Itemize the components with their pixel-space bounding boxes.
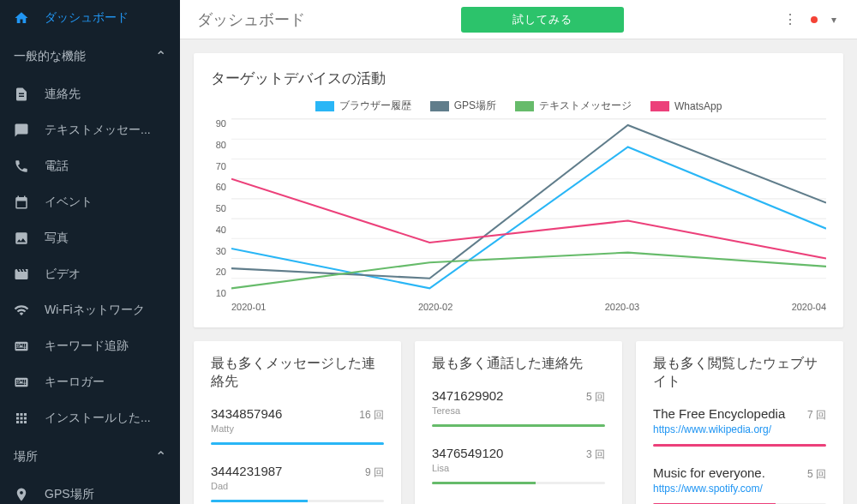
sidebar-item[interactable]: GPS場所 <box>0 477 180 504</box>
legend-item[interactable]: GPS場所 <box>430 99 496 113</box>
legend-item[interactable]: WhatsApp <box>650 99 722 113</box>
sidebar-item[interactable]: 写真 <box>0 220 180 256</box>
list-item[interactable]: 34561396522 回Jessica <box>415 496 622 504</box>
list-item-count: 3 回 <box>586 447 605 462</box>
legend-swatch <box>315 101 334 111</box>
sidebar-item-label: 写真 <box>45 231 69 246</box>
list-item-sub: Matty <box>211 423 384 434</box>
topbar: ダッシュボード 試してみる ⋮ ▾ <box>180 0 857 39</box>
list-item-sub: https://www.wikipedia.org/ <box>653 423 826 435</box>
msg-icon <box>14 123 29 138</box>
panel-msg: 最も多くメッセージした連絡先343485794616 回Matty3444231… <box>194 341 401 504</box>
main: ダッシュボード 試してみる ⋮ ▾ ターゲットデバイスの活動 ブラウザー履歴GP… <box>180 0 857 504</box>
sidebar-item[interactable]: イベント <box>0 184 180 220</box>
more-icon[interactable]: ⋮ <box>780 8 800 31</box>
list-item[interactable]: The Free Encyclopedia7 回https://www.wiki… <box>636 399 843 459</box>
sidebar-item[interactable]: Wi-Fiネットワーク <box>0 292 180 328</box>
list-item-sub: Lisa <box>432 463 605 473</box>
list-item[interactable]: 34442319879 回Dad <box>194 457 401 504</box>
pin-icon <box>14 487 29 502</box>
ytick: 30 <box>211 246 226 256</box>
list-item-sub: https://www.spotify.com/ <box>653 483 826 495</box>
home-icon <box>14 10 29 26</box>
vid-icon <box>14 267 29 282</box>
chart-xaxis: 2020-012020-022020-032020-04 <box>231 302 826 312</box>
sidebar-item[interactable]: ビデオ <box>0 256 180 292</box>
content: ターゲットデバイスの活動 ブラウザー履歴GPS場所テキストメッセージWhatsA… <box>180 39 857 504</box>
list-item-count: 5 回 <box>807 467 826 482</box>
sidebar-item[interactable]: キーワード追跡 <box>0 328 180 364</box>
legend-label: テキストメッセージ <box>539 99 632 113</box>
kbd-icon <box>14 375 29 390</box>
doc-icon <box>14 87 29 102</box>
page-title: ダッシュボード <box>197 9 305 30</box>
sidebar-item[interactable]: 連絡先 <box>0 76 180 112</box>
list-item-sub: Dad <box>211 481 384 491</box>
list-item-title: 3476549120 <box>432 446 503 460</box>
list-item-bar <box>211 442 384 445</box>
ytick: 90 <box>211 118 226 129</box>
xtick: 2020-02 <box>418 302 452 312</box>
xtick: 2020-01 <box>231 302 266 312</box>
legend-item[interactable]: ブラウザー履歴 <box>315 99 411 113</box>
list-item-bar <box>653 444 826 447</box>
list-item-link[interactable]: https://www.wikipedia.org/ <box>653 423 771 435</box>
kbd-icon <box>14 339 29 354</box>
notification-dot[interactable] <box>811 16 818 23</box>
list-item-bar <box>432 482 605 484</box>
list-item[interactable]: Music for everyone.5 回https://www.spotif… <box>636 459 843 504</box>
list-item[interactable]: 343485794616 回Matty <box>194 399 401 457</box>
list-item-title: Music for everyone. <box>653 465 765 480</box>
wifi-icon <box>14 303 29 318</box>
sidebar-section[interactable]: 一般的な機能⌃ <box>0 36 180 76</box>
sidebar-item-label: キーロガー <box>45 375 105 390</box>
grid-icon <box>14 411 29 426</box>
panel-call: 最も多く通話した連絡先34716299025 回Teresa3476549120… <box>415 341 622 504</box>
legend-item[interactable]: テキストメッセージ <box>515 99 632 113</box>
legend-label: WhatsApp <box>674 100 722 112</box>
panel-title: 最も多くメッセージした連絡先 <box>194 341 401 399</box>
chevron-up-icon: ⌃ <box>155 448 166 465</box>
xtick: 2020-04 <box>792 302 826 312</box>
sidebar-item[interactable]: 電話 <box>0 148 180 184</box>
ytick: 50 <box>211 203 226 213</box>
try-button[interactable]: 試してみる <box>461 7 624 33</box>
chart-title: ターゲットデバイスの活動 <box>194 53 843 93</box>
list-item-title: 3471629902 <box>432 388 503 403</box>
section-label: 場所 <box>14 449 38 465</box>
list-item-count: 5 回 <box>586 390 605 405</box>
list-item-sub: Teresa <box>432 405 605 416</box>
chart-plot <box>231 118 826 298</box>
sidebar-item-label: GPS場所 <box>45 487 94 502</box>
legend-label: GPS場所 <box>454 99 496 113</box>
list-item-title: 3434857946 <box>211 406 282 421</box>
ytick: 40 <box>211 225 226 235</box>
sidebar-item-label: インストールした... <box>45 411 151 426</box>
list-item-link[interactable]: https://www.spotify.com/ <box>653 483 763 495</box>
sidebar-item-label: 連絡先 <box>45 87 81 102</box>
sidebar-item-label: イベント <box>45 195 93 210</box>
chart-yaxis: 908070605040302010 <box>211 118 231 298</box>
list-item[interactable]: 34716299025 回Teresa <box>415 381 622 439</box>
ytick: 60 <box>211 182 226 192</box>
section-label: 一般的な機能 <box>14 49 86 64</box>
legend-label: ブラウザー履歴 <box>339 99 411 113</box>
img-icon <box>14 231 29 246</box>
list-item-title: 3444231987 <box>211 464 282 478</box>
chart-legend: ブラウザー履歴GPS場所テキストメッセージWhatsApp <box>211 99 826 113</box>
sidebar-item[interactable]: ダッシュボード <box>0 0 180 36</box>
list-item[interactable]: 34765491203 回Lisa <box>415 439 622 496</box>
dropdown-icon[interactable]: ▾ <box>828 10 840 29</box>
list-item-count: 9 回 <box>365 465 384 480</box>
legend-swatch <box>515 101 534 111</box>
sidebar-section[interactable]: 場所⌃ <box>0 436 180 477</box>
legend-swatch <box>430 101 449 111</box>
sidebar-item-label: ダッシュボード <box>45 10 129 26</box>
sidebar-item[interactable]: テキストメッセー... <box>0 112 180 148</box>
xtick: 2020-03 <box>605 302 639 312</box>
sidebar-item[interactable]: インストールした... <box>0 400 180 436</box>
sidebar-item-label: テキストメッセー... <box>45 123 151 138</box>
ytick: 70 <box>211 161 226 171</box>
panel-title: 最も多く通話した連絡先 <box>415 341 622 381</box>
sidebar-item[interactable]: キーロガー <box>0 364 180 400</box>
